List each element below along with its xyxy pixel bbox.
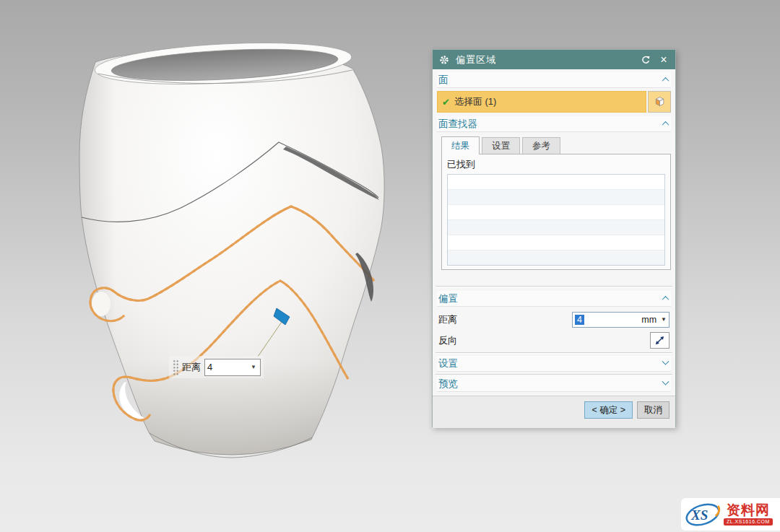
dialog-title: 偏置区域 xyxy=(456,53,634,66)
section-header-face[interactable]: 面 xyxy=(437,72,671,88)
chevron-down-icon[interactable]: ▼ xyxy=(251,364,258,370)
ok-button[interactable]: < 确定 > xyxy=(584,401,633,419)
list-item xyxy=(448,220,664,235)
chevron-down-icon xyxy=(662,378,670,385)
face-finder-panel: 已找到 xyxy=(441,154,671,270)
watermark-logo: XS 资料网 ZL.XS1616.COM xyxy=(681,498,780,531)
face-finder-tabs: 结果 设置 参考 xyxy=(441,136,671,154)
floating-distance-bar[interactable]: 距离 4 ▼ xyxy=(169,356,264,378)
distance-unit: mm xyxy=(641,315,661,325)
offset-section-label: 偏置 xyxy=(438,292,458,305)
face-section-label: 面 xyxy=(438,74,448,87)
floating-distance-label: 距离 xyxy=(182,361,201,374)
gear-icon[interactable] xyxy=(438,53,451,66)
xs-logo-icon: XS xyxy=(684,500,722,529)
divider xyxy=(436,352,672,354)
tab-results[interactable]: 结果 xyxy=(441,136,480,154)
tab-settings[interactable]: 设置 xyxy=(482,137,520,154)
cancel-button[interactable]: 取消 xyxy=(637,401,670,419)
reverse-label: 反向 xyxy=(438,334,457,347)
distance-label: 距离 xyxy=(438,313,457,326)
chevron-down-icon[interactable]: ▼ xyxy=(661,316,667,323)
reverse-row: 反向 xyxy=(438,331,670,349)
face-finder-label: 面查找器 xyxy=(438,118,477,131)
cube-icon xyxy=(653,95,667,109)
divider xyxy=(436,286,672,287)
tab-reference[interactable]: 参考 xyxy=(522,137,560,154)
reset-icon[interactable] xyxy=(639,53,652,66)
dialog-titlebar[interactable]: 偏置区域 × xyxy=(433,50,675,69)
divider xyxy=(436,374,672,375)
checkmark-icon: ✔ xyxy=(442,97,450,108)
section-header-face-finder[interactable]: 面查找器 xyxy=(437,116,671,132)
chevron-up-icon xyxy=(662,77,670,84)
watermark-site-name: 资料网 xyxy=(727,503,770,518)
section-header-offset[interactable]: 偏置 xyxy=(437,291,671,307)
chevron-down-icon xyxy=(662,358,670,365)
list-item xyxy=(448,235,664,250)
chevron-up-icon xyxy=(662,121,670,128)
reverse-direction-button[interactable] xyxy=(650,332,670,349)
watermark-site-url: ZL.XS1616.COM xyxy=(724,518,773,526)
list-item xyxy=(448,190,664,205)
svg-text:XS: XS xyxy=(690,507,708,523)
distance-value-selected: 4 xyxy=(575,315,584,325)
list-item xyxy=(448,175,664,190)
distance-input[interactable]: 4 mm ▼ xyxy=(572,312,670,328)
settings-section-label: 设置 xyxy=(438,357,458,370)
list-item xyxy=(448,250,664,266)
preview-section-label: 预览 xyxy=(438,378,458,391)
vase-3d-model[interactable] xyxy=(0,0,462,505)
reverse-direction-icon xyxy=(654,335,665,346)
drag-grip-handle[interactable] xyxy=(172,359,178,376)
dialog-footer: < 确定 > 取消 xyxy=(433,396,675,428)
section-header-preview[interactable]: 预览 xyxy=(437,376,671,392)
select-face-label: 选择面 (1) xyxy=(454,95,497,108)
chevron-up-icon xyxy=(662,296,670,303)
list-item xyxy=(448,205,664,220)
floating-distance-input[interactable]: 4 ▼ xyxy=(204,359,261,376)
select-face-row[interactable]: ✔ 选择面 (1) xyxy=(437,91,671,113)
found-label: 已找到 xyxy=(447,158,665,174)
cad-viewport[interactable]: 距离 4 ▼ 偏置区域 × 面 xyxy=(0,0,780,532)
found-listbox[interactable] xyxy=(447,174,665,266)
select-face-field[interactable]: ✔ 选择面 (1) xyxy=(437,91,646,113)
offset-region-dialog[interactable]: 偏置区域 × 面 ✔ 选择面 (1) xyxy=(432,49,676,427)
face-rule-cube-button[interactable] xyxy=(648,91,671,113)
distance-row: 距离 4 mm ▼ xyxy=(438,310,670,328)
close-icon[interactable]: × xyxy=(657,53,670,66)
floating-distance-value: 4 xyxy=(207,362,251,372)
section-header-settings[interactable]: 设置 xyxy=(437,356,671,372)
